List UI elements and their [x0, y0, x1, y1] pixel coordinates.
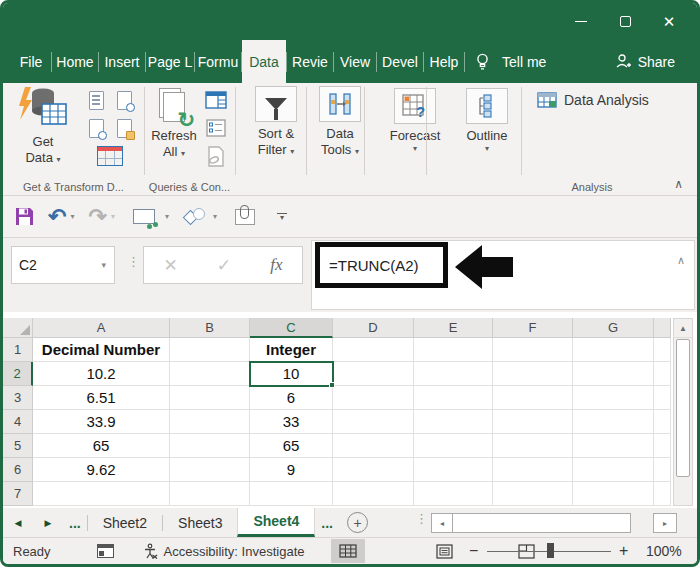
cell-A5[interactable]: 65 — [33, 434, 170, 458]
column-header-partial[interactable] — [654, 318, 671, 338]
cell-B5[interactable] — [170, 434, 250, 458]
row-header-2[interactable]: 2 — [3, 362, 33, 386]
cell-E7[interactable] — [414, 482, 493, 506]
macro-record-icon[interactable] — [97, 544, 114, 558]
ribbon-tab-formu[interactable]: Formu — [195, 40, 241, 83]
cell-F3[interactable] — [493, 386, 573, 410]
redo-button[interactable]: ↷ — [88, 206, 106, 228]
cell-G1[interactable] — [573, 338, 654, 362]
ribbon-tab-data[interactable]: Data — [242, 40, 286, 83]
ribbon-tab-devel[interactable]: Devel — [377, 40, 423, 83]
from-text-button[interactable] — [83, 87, 109, 113]
forecast-button[interactable]: ? Forecast ▾ — [387, 88, 443, 153]
cell-partial1[interactable] — [654, 338, 671, 362]
row-header-5[interactable]: 5 — [3, 434, 33, 458]
cancel-formula-button[interactable]: ✕ — [164, 255, 178, 276]
cell-B2[interactable] — [170, 362, 250, 386]
sheet-nav-right-icon[interactable]: ▶ — [33, 508, 63, 537]
cell-D6[interactable] — [333, 458, 414, 482]
get-data-button[interactable]: Get Data ▾ — [9, 86, 77, 168]
cell-A3[interactable]: 6.51 — [33, 386, 170, 410]
from-web-button[interactable] — [83, 115, 109, 141]
sheet-tab-sheet4[interactable]: Sheet4 — [237, 508, 315, 537]
cell-C6[interactable]: 9 — [250, 458, 333, 482]
sheet-tab-sheet3[interactable]: Sheet3 — [163, 508, 237, 537]
cell-A6[interactable]: 9.62 — [33, 458, 170, 482]
zoom-in-button[interactable]: + — [619, 538, 628, 564]
row-header-3[interactable]: 3 — [3, 386, 33, 410]
cell-E6[interactable] — [414, 458, 493, 482]
cell-B7[interactable] — [170, 482, 250, 506]
properties-button[interactable] — [203, 115, 229, 141]
cell-E2[interactable] — [414, 362, 493, 386]
cell-D2[interactable] — [333, 362, 414, 386]
cell-E5[interactable] — [414, 434, 493, 458]
cell-D5[interactable] — [333, 434, 414, 458]
cell-D3[interactable] — [333, 386, 414, 410]
scroll-up-icon[interactable]: ▲ — [674, 319, 692, 338]
zoom-slider-thumb[interactable] — [547, 543, 554, 558]
column-header-E[interactable]: E — [414, 318, 493, 338]
cell-partial5[interactable] — [654, 434, 671, 458]
cell-F4[interactable] — [493, 410, 573, 434]
page-layout-view-button[interactable] — [427, 539, 461, 563]
redo-dropdown-icon[interactable]: ▾ — [111, 212, 115, 221]
cell-C7[interactable] — [250, 482, 333, 506]
cell-C1[interactable]: Integer — [250, 338, 333, 362]
name-box-dropdown-icon[interactable]: ▾ — [101, 260, 106, 270]
ribbon-tab-view[interactable]: View — [334, 40, 376, 83]
sheet-ellipsis-left[interactable]: ... — [63, 508, 87, 537]
sheet-ellipsis-right[interactable]: ... — [315, 508, 339, 537]
cell-G2[interactable] — [573, 362, 654, 386]
column-header-G[interactable]: G — [573, 318, 654, 338]
column-header-C[interactable]: C — [250, 318, 333, 338]
new-sheet-button[interactable]: + — [347, 512, 368, 533]
cell-A1[interactable]: Decimal Number — [33, 338, 170, 362]
row-header-7[interactable]: 7 — [3, 482, 33, 506]
cell-A2[interactable]: 10.2 — [33, 362, 170, 386]
cell-E4[interactable] — [414, 410, 493, 434]
sort-filter-button[interactable]: Sort & Filter ▾ — [249, 86, 303, 160]
fill-handle[interactable] — [329, 382, 335, 388]
normal-view-button[interactable] — [331, 539, 365, 563]
undo-dropdown-icon[interactable]: ▾ — [70, 212, 74, 221]
cell-G6[interactable] — [573, 458, 654, 482]
cell-F7[interactable] — [493, 482, 573, 506]
recent-sources-button[interactable] — [111, 87, 137, 113]
ribbon-tab-file[interactable]: File — [11, 40, 51, 83]
cell-B4[interactable] — [170, 410, 250, 434]
email-dropdown-icon[interactable]: ▾ — [165, 212, 169, 221]
cell-G4[interactable] — [573, 410, 654, 434]
maximize-button[interactable] — [603, 7, 647, 37]
minimize-button[interactable] — [559, 7, 603, 37]
cell-A4[interactable]: 33.9 — [33, 410, 170, 434]
cell-D7[interactable] — [333, 482, 414, 506]
customize-qat-button[interactable]: ▾ — [277, 213, 287, 220]
email-button[interactable] — [133, 209, 155, 224]
column-header-D[interactable]: D — [333, 318, 414, 338]
cell-partial3[interactable] — [654, 386, 671, 410]
ribbon-tab-insert[interactable]: Insert — [99, 40, 145, 83]
cell-E3[interactable] — [414, 386, 493, 410]
ribbon-tab-revie[interactable]: Revie — [287, 40, 333, 83]
cell-G5[interactable] — [573, 434, 654, 458]
existing-connections-button[interactable] — [111, 115, 137, 141]
insert-function-button[interactable]: fx — [270, 255, 282, 275]
cell-E1[interactable] — [414, 338, 493, 362]
cell-B6[interactable] — [170, 458, 250, 482]
sheet-nav-left-icon[interactable]: ◀ — [3, 508, 33, 537]
cell-C3[interactable]: 6 — [250, 386, 333, 410]
save-button[interactable] — [15, 207, 34, 226]
data-analysis-button[interactable]: Data Analysis — [537, 92, 649, 108]
formula-bar-collapse-icon[interactable]: ∧ — [677, 254, 685, 267]
row-header-4[interactable]: 4 — [3, 410, 33, 434]
collapse-ribbon-button[interactable]: ∧ — [674, 177, 683, 191]
accessibility-status[interactable]: Accessibility: Investigate — [142, 543, 305, 559]
cell-D4[interactable] — [333, 410, 414, 434]
row-header-1[interactable]: 1 — [3, 338, 33, 362]
scroll-left-icon[interactable]: ◂ — [431, 513, 453, 533]
vertical-scrollbar[interactable]: ▲ — [673, 318, 693, 506]
cell-partial7[interactable] — [654, 482, 671, 506]
name-box[interactable]: C2 ▾ — [11, 246, 115, 284]
column-header-A[interactable]: A — [33, 318, 170, 338]
